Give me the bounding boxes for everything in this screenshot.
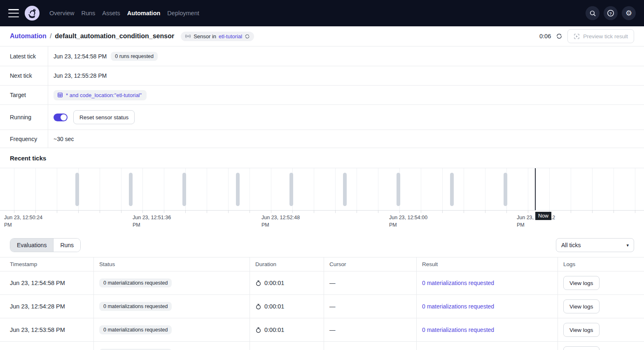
evaluations-table: Timestamp Status Duration Cursor Result … (0, 257, 644, 350)
tick-result-link[interactable]: 0 materializations requested (422, 327, 494, 333)
tick-bar[interactable] (343, 173, 347, 206)
timeline-gridline (142, 168, 143, 210)
tab-evaluations[interactable]: Evaluations (10, 239, 54, 252)
now-line (535, 168, 536, 210)
main-nav: Overview Runs Assets Automation Deployme… (49, 10, 199, 16)
chevron-down-icon: ▾ (626, 243, 629, 248)
frequency-row: Frequency ~30 sec (0, 130, 644, 148)
running-row: Running Reset sensor status (0, 105, 644, 130)
axis-tickmark (207, 211, 207, 213)
tick-bar[interactable] (129, 173, 133, 206)
tick-status-badge: 0 materializations requested (99, 278, 172, 287)
view-logs-button[interactable]: View logs (563, 299, 600, 313)
toggle-knob (61, 114, 67, 121)
timeline-gridline (121, 168, 121, 210)
timeline-gridline (250, 168, 250, 210)
settings-button[interactable]: ⚙ (622, 6, 636, 20)
latest-tick-label: Latest tick (0, 46, 48, 66)
tick-bar[interactable] (504, 173, 507, 206)
preview-tick-result-button[interactable]: Preview tick result (567, 29, 634, 43)
breadcrumb-automation-link[interactable]: Automation (10, 32, 47, 40)
col-duration: Duration (250, 257, 324, 271)
table-row: Jun 23, 12:53:28 PM 0 materializations r… (0, 342, 644, 350)
page-bar-actions: 0:06 Preview tick result (539, 29, 634, 43)
tick-status-badge: 0 materializations requested (99, 325, 172, 334)
timeline-gridline (314, 168, 314, 210)
refresh-icon[interactable] (556, 33, 562, 39)
table-row: Jun 23, 12:54:28 PM 0 materializations r… (0, 295, 644, 318)
recent-ticks-plot (0, 168, 644, 211)
view-logs-button[interactable]: View logs (563, 346, 600, 350)
timeline-gridline (464, 168, 464, 210)
axis-tickmark (378, 211, 378, 213)
nav-deployment[interactable]: Deployment (167, 10, 199, 16)
nav-assets[interactable]: Assets (102, 10, 120, 16)
timeline-gridline (549, 168, 550, 210)
reset-sensor-status-button[interactable]: Reset sensor status (73, 110, 135, 124)
tick-duration: 0:00:01 (264, 280, 284, 286)
tick-timestamp: Jun 23, 12:53:58 PM (10, 327, 65, 333)
tick-bar[interactable] (75, 173, 79, 206)
menu-icon[interactable] (8, 9, 19, 17)
axis-tickmark (592, 211, 593, 213)
tick-timestamp: Jun 23, 12:54:58 PM (10, 280, 65, 286)
sensor-icon (185, 34, 191, 39)
help-button[interactable]: ? (604, 6, 618, 20)
tick-filter-dropdown[interactable]: All ticks ▾ (556, 238, 634, 252)
axis-tickmark (292, 211, 293, 213)
page-bar: Automation / default_automation_conditio… (0, 26, 644, 46)
latest-tick-row: Latest tick Jun 23, 12:54:58 PM 0 runs r… (0, 46, 644, 66)
tabs-row: Evaluations Runs All ticks ▾ (0, 234, 644, 257)
axis-tickmark (506, 211, 507, 213)
tick-result-link[interactable]: 0 materializations requested (422, 280, 494, 286)
frequency-label: Frequency (0, 130, 48, 148)
gear-icon: ⚙ (625, 9, 632, 17)
axis-label: Jun 23, 12:52:48 PM (261, 214, 308, 229)
axis-tickmark (250, 211, 250, 213)
axis-tickmark (271, 211, 271, 213)
timeline-gridline (421, 168, 421, 210)
timeline-gridline (442, 168, 443, 210)
col-status: Status (94, 257, 250, 271)
table-row: Jun 23, 12:53:58 PM 0 materializations r… (0, 318, 644, 342)
running-toggle[interactable] (54, 114, 68, 121)
asset-table-icon (57, 92, 63, 98)
tick-cursor: — (329, 303, 336, 310)
axis-tickmark (142, 211, 143, 213)
timeline-gridline (228, 168, 229, 210)
nav-runs[interactable]: Runs (81, 10, 95, 16)
timeline-gridline (100, 168, 100, 210)
recent-ticks-title: Recent ticks (0, 148, 644, 168)
tab-runs[interactable]: Runs (54, 239, 80, 252)
timeline-gridline (592, 168, 593, 210)
axis-tickmark (528, 211, 528, 213)
table-row: Jun 23, 12:54:58 PM 0 materializations r… (0, 271, 644, 295)
tick-bar[interactable] (236, 173, 240, 206)
axis-tickmark (464, 211, 464, 213)
stopwatch-icon (255, 327, 261, 333)
nav-automation[interactable]: Automation (127, 10, 161, 16)
timeline-gridline (614, 168, 614, 210)
dagster-logo-icon[interactable] (25, 6, 40, 21)
view-segmented-control: Evaluations Runs (10, 238, 81, 252)
tick-bar[interactable] (397, 173, 400, 206)
axis-tickmark (35, 211, 36, 213)
tick-bar[interactable] (450, 173, 454, 206)
view-logs-button[interactable]: View logs (563, 276, 600, 290)
axis-label: Jun 23, 12:51:36 PM (133, 214, 179, 229)
sensor-badge-text: Sensor in (194, 33, 216, 39)
preview-button-label: Preview tick result (583, 33, 628, 39)
nav-overview[interactable]: Overview (49, 10, 74, 16)
axis-label: Jun 23, 12:50:24 PM (4, 214, 50, 229)
reload-icon[interactable] (245, 34, 250, 39)
tick-result-link[interactable]: 0 materializations requested (422, 303, 494, 310)
search-button[interactable] (586, 6, 600, 20)
view-logs-button[interactable]: View logs (563, 323, 600, 337)
tick-bar[interactable] (289, 173, 293, 206)
target-selection-pill[interactable]: * and code_location:"etl-tutorial" (54, 90, 147, 100)
tick-bar[interactable] (182, 173, 186, 206)
axis-tickmark (571, 211, 571, 213)
refresh-countdown: 0:06 (539, 33, 551, 39)
col-result: Result (417, 257, 558, 271)
code-location-link[interactable]: etl-tutorial (219, 33, 242, 39)
